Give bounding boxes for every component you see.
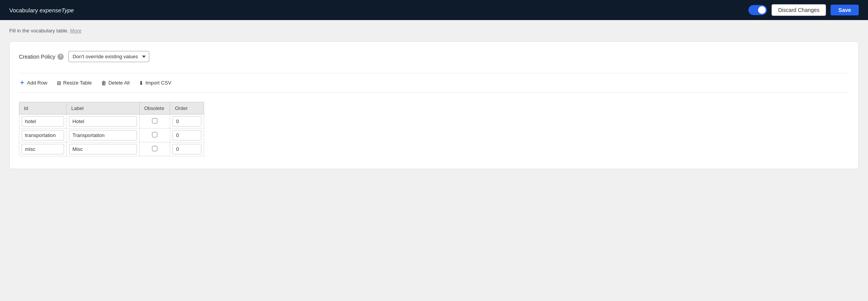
table-toolbar: ＋ Add Row ⊞ Resize Table 🗑 Delete All ⬇ … (19, 73, 849, 93)
creation-policy-help-icon[interactable]: ? (57, 54, 64, 60)
col-header-order: Order (170, 102, 204, 115)
row-2-order-input[interactable] (172, 144, 201, 154)
col-header-id: Id (19, 102, 67, 115)
row-0-order-input[interactable] (172, 116, 201, 127)
row-1-order-input[interactable] (172, 130, 201, 140)
page-body: Fill in the vocabulary table. More Creat… (0, 20, 868, 177)
page-title: Vocabulary expenseType (9, 7, 74, 14)
row-2-obsolete-checkbox[interactable] (152, 146, 157, 151)
app-header: Vocabulary expenseType Discard Changes S… (0, 0, 868, 20)
download-icon: ⬇ (139, 80, 144, 86)
row-0-label-input[interactable] (69, 116, 137, 127)
table-row (19, 129, 204, 142)
row-1-obsolete-checkbox[interactable] (152, 132, 157, 137)
row-1-id-input[interactable] (22, 130, 64, 140)
row-1-label-input[interactable] (69, 130, 137, 140)
delete-all-button[interactable]: 🗑 Delete All (101, 78, 130, 88)
row-2-id-input[interactable] (22, 144, 64, 154)
page-description: Fill in the vocabulary table. More (9, 28, 859, 34)
plus-icon: ＋ (19, 79, 25, 87)
table-row (19, 115, 204, 129)
add-row-button[interactable]: ＋ Add Row (19, 77, 47, 88)
main-card: Creation Policy ? Don't override existin… (9, 41, 859, 169)
save-button[interactable]: Save (831, 5, 859, 15)
more-link[interactable]: More (70, 28, 82, 34)
col-header-obsolete: Obsolete (139, 102, 170, 115)
toggle-button[interactable] (748, 5, 767, 15)
creation-policy-select[interactable]: Don't override existing values Override … (68, 51, 149, 62)
table-row (19, 142, 204, 156)
discard-changes-button[interactable]: Discard Changes (772, 4, 826, 16)
creation-policy-label: Creation Policy ? (19, 54, 64, 60)
header-actions: Discard Changes Save (748, 4, 859, 16)
vocabulary-table: Id Label Obsolete Order (19, 102, 204, 156)
row-0-obsolete-checkbox[interactable] (152, 118, 157, 123)
row-0-id-input[interactable] (22, 116, 64, 127)
row-2-label-input[interactable] (69, 144, 137, 154)
resize-icon: ⊞ (57, 80, 61, 86)
trash-icon: 🗑 (101, 80, 106, 86)
import-csv-button[interactable]: ⬇ Import CSV (139, 78, 171, 88)
col-header-label: Label (66, 102, 139, 115)
creation-policy-row: Creation Policy ? Don't override existin… (19, 51, 849, 62)
resize-table-button[interactable]: ⊞ Resize Table (57, 78, 92, 88)
